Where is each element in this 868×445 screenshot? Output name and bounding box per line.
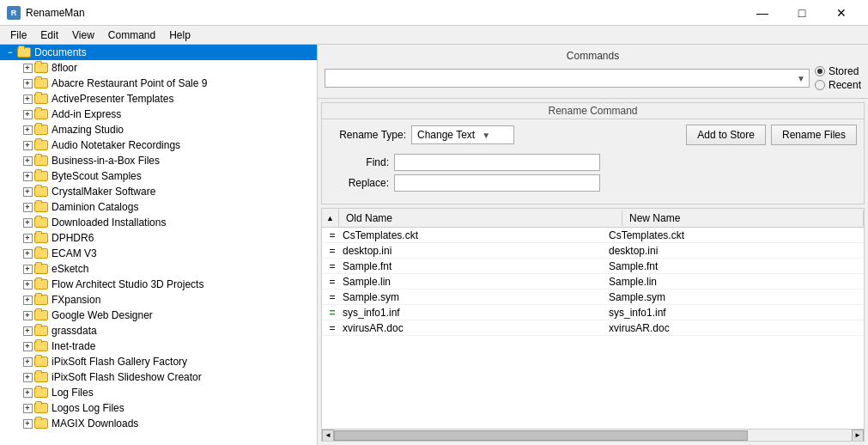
tree-expander[interactable]: +: [21, 76, 34, 90]
replace-input[interactable]: [394, 174, 600, 192]
folder-icon: [34, 202, 48, 212]
tree-item[interactable]: +8floor: [0, 60, 317, 76]
tree-expander[interactable]: +: [21, 293, 34, 307]
folder-icon: [34, 171, 48, 181]
tree-expander[interactable]: +: [21, 370, 34, 384]
tree-expander[interactable]: +: [21, 277, 34, 291]
file-old-name: Sample.lin: [339, 276, 605, 288]
tree-expander[interactable]: +: [21, 417, 34, 430]
collapse-button[interactable]: ▲: [322, 209, 339, 228]
file-new-name: sys_info1.inf: [605, 307, 864, 319]
radio-recent[interactable]: Recent: [815, 79, 861, 91]
folder-icon: [34, 264, 48, 274]
file-row[interactable]: =Sample.linSample.lin: [322, 274, 864, 290]
find-input[interactable]: [394, 154, 600, 171]
scroll-track[interactable]: [334, 430, 852, 442]
scroll-right-button[interactable]: ►: [852, 430, 864, 442]
tree-item[interactable]: +Log Files: [0, 385, 317, 400]
tree-expander[interactable]: +: [21, 386, 34, 399]
file-row[interactable]: =sys_info1.infsys_info1.inf: [322, 305, 864, 320]
file-eq-sign: =: [322, 229, 339, 241]
menu-file[interactable]: File: [3, 26, 33, 45]
close-button[interactable]: ✕: [822, 0, 861, 26]
scroll-thumb[interactable]: [334, 430, 748, 441]
radio-stored[interactable]: Stored: [815, 65, 861, 77]
tree-item[interactable]: +Logos Log Files: [0, 400, 317, 416]
scroll-left-button[interactable]: ◄: [322, 430, 334, 442]
tree-item[interactable]: +Daminion Catalogs: [0, 199, 317, 215]
rename-type-dropdown[interactable]: Change Text ▼: [411, 125, 514, 144]
menu-view[interactable]: View: [65, 26, 101, 45]
tree-item[interactable]: +ActivePresenter Templates: [0, 91, 317, 107]
tree-item[interactable]: +FXpansion: [0, 292, 317, 308]
file-row[interactable]: =Sample.symSample.sym: [322, 290, 864, 305]
tree-item[interactable]: +Abacre Restaurant Point of Sale 9: [0, 76, 317, 91]
tree-expander[interactable]: +: [21, 262, 34, 276]
folder-icon: [17, 47, 31, 58]
tree-item[interactable]: +Amazing Studio: [0, 122, 317, 137]
tree-item[interactable]: +Downloaded Installations: [0, 215, 317, 230]
tree-item[interactable]: +ByteScout Samples: [0, 168, 317, 184]
title-bar: R RenameMan — □ ✕: [0, 0, 868, 26]
tree-item[interactable]: +Add-in Express: [0, 107, 317, 122]
tree-expander[interactable]: +: [21, 216, 34, 229]
tree-item[interactable]: +Flow Architect Studio 3D Projects: [0, 277, 317, 292]
tree-expander[interactable]: +: [21, 185, 34, 198]
new-name-header: New Name: [622, 210, 864, 226]
tree-item[interactable]: +Google Web Designer: [0, 308, 317, 323]
tree-item[interactable]: +eSketch: [0, 261, 317, 277]
file-row[interactable]: =Sample.fntSample.fnt: [322, 259, 864, 274]
tree-expander[interactable]: +: [21, 138, 34, 152]
tree-item[interactable]: +iPixSoft Flash Gallery Factory: [0, 354, 317, 369]
files-body[interactable]: =CsTemplates.cktCsTemplates.ckt=desktop.…: [322, 228, 864, 429]
file-row[interactable]: =xvirusAR.docxvirusAR.doc: [322, 320, 864, 336]
menu-help[interactable]: Help: [162, 26, 197, 45]
file-row[interactable]: =CsTemplates.cktCsTemplates.ckt: [322, 228, 864, 243]
tree-expander[interactable]: +: [21, 61, 34, 75]
tree-item-label: Daminion Catalogs: [52, 201, 138, 213]
maximize-button[interactable]: □: [782, 0, 822, 26]
file-row[interactable]: =desktop.inidesktop.ini: [322, 243, 864, 259]
minimize-button[interactable]: —: [743, 0, 782, 26]
tree-item[interactable]: −Documents: [0, 45, 317, 60]
tree-item[interactable]: +DPHDR6: [0, 230, 317, 246]
commands-section: Commands ▼ Stored Recent: [318, 45, 868, 99]
rename-files-button[interactable]: Rename Files: [771, 125, 857, 145]
file-old-name: desktop.ini: [339, 245, 605, 257]
tree-item[interactable]: +ECAM V3: [0, 246, 317, 261]
folder-icon: [34, 279, 48, 290]
tree-expander[interactable]: +: [21, 308, 34, 322]
tree-item[interactable]: +Business-in-a-Box Files: [0, 153, 317, 168]
commands-dropdown[interactable]: ▼: [325, 69, 810, 88]
tree-expander[interactable]: +: [21, 200, 34, 214]
tree-expander[interactable]: +: [21, 92, 34, 106]
tree-expander[interactable]: +: [21, 107, 34, 121]
file-old-name: Sample.fnt: [339, 260, 605, 272]
tree-expander[interactable]: −: [3, 46, 17, 59]
file-new-name: desktop.ini: [605, 245, 864, 257]
tree-expander[interactable]: +: [21, 169, 34, 183]
tree-expander[interactable]: +: [21, 154, 34, 168]
menu-edit[interactable]: Edit: [33, 26, 65, 45]
menu-command[interactable]: Command: [101, 26, 162, 45]
add-to-store-button[interactable]: Add to Store: [686, 125, 766, 145]
tree-expander[interactable]: +: [21, 123, 34, 137]
tree-item[interactable]: +CrystalMaker Software: [0, 184, 317, 199]
tree-item-label: ECAM V3: [52, 247, 97, 259]
tree-expander[interactable]: +: [21, 247, 34, 260]
folder-icon: [34, 155, 48, 166]
tree-item-label: CrystalMaker Software: [52, 186, 155, 198]
tree-expander[interactable]: +: [21, 324, 34, 338]
tree-item[interactable]: +Inet-trade: [0, 338, 317, 354]
tree-expander[interactable]: +: [21, 339, 34, 353]
tree-item[interactable]: +iPixSoft Flash Slideshow Creator: [0, 369, 317, 385]
tree-item[interactable]: +MAGIX Downloads: [0, 416, 317, 431]
tree-item[interactable]: +grassdata: [0, 323, 317, 338]
tree-item-label: ByteScout Samples: [52, 170, 142, 182]
tree-expander[interactable]: +: [21, 401, 34, 415]
tree-scroll[interactable]: −Documents+8floor+Abacre Restaurant Poin…: [0, 45, 317, 445]
horizontal-scrollbar[interactable]: ◄ ►: [322, 429, 864, 441]
tree-item[interactable]: +Audio Notetaker Recordings: [0, 137, 317, 153]
tree-expander[interactable]: +: [21, 355, 34, 369]
tree-expander[interactable]: +: [21, 231, 34, 245]
